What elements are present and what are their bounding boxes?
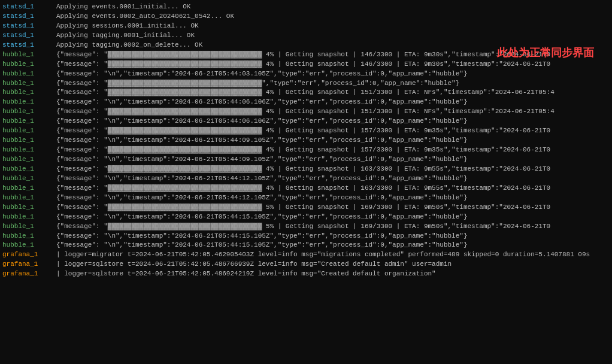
log-line: statsd_1 Applying events.0001_initial...…	[0, 2, 612, 12]
log-content: {"message": "▓▓▓▓▓▓▓▓▓▓▓▓▓▓▓▓▓▓▓▓▓▓▓▓▓▓▓…	[56, 165, 610, 174]
log-content: {"message": "▓▓▓▓▓▓▓▓▓▓▓▓▓▓▓▓▓▓▓▓▓▓▓▓▓▓▓…	[56, 126, 610, 136]
log-content: {"message": "▓▓▓▓▓▓▓▓▓▓▓▓▓▓▓▓▓▓▓▓▓▓▓▓▓▓▓…	[56, 222, 610, 232]
log-content: {"message": "\n","timestamp":"2024-06-21…	[56, 98, 610, 107]
log-source: grafana_1	[2, 250, 56, 260]
log-source: hubble_1	[2, 165, 56, 174]
log-line: hubble_1 {"message": "▓▓▓▓▓▓▓▓▓▓▓▓▓▓▓▓▓▓…	[0, 126, 612, 136]
log-line: statsd_1 Applying tagging.0002_on_delete…	[0, 41, 612, 50]
log-content: {"message": "▓▓▓▓▓▓▓▓▓▓▓▓▓▓▓▓▓▓▓▓▓▓▓▓▓▓▓…	[56, 79, 610, 89]
log-source: hubble_1	[2, 213, 56, 222]
log-source: hubble_1	[2, 203, 56, 213]
log-content: {"message": "\n","timestamp":"2024-06-21…	[56, 213, 610, 222]
log-content: Applying events.0001_initial... OK	[56, 2, 610, 12]
log-line: hubble_1 {"message": "▓▓▓▓▓▓▓▓▓▓▓▓▓▓▓▓▓▓…	[0, 107, 612, 117]
log-source: hubble_1	[2, 107, 56, 117]
log-content: {"message": "\n","timestamp":"2024-06-21…	[56, 117, 610, 126]
log-content: Applying tagging.0001_initial... OK	[56, 31, 610, 41]
log-source: statsd_1	[2, 22, 56, 31]
log-content: {"message": "▓▓▓▓▓▓▓▓▓▓▓▓▓▓▓▓▓▓▓▓▓▓▓▓▓▓▓…	[56, 60, 610, 69]
log-content: {"message": "\n","timestamp":"2024-06-21…	[56, 155, 610, 165]
log-source: hubble_1	[2, 117, 56, 126]
log-line: grafana_1 | logger=sqlstore t=2024-06-21…	[0, 260, 612, 269]
log-content: | logger=sqlstore t=2024-06-21T05:42:05.…	[56, 269, 610, 279]
log-source: hubble_1	[2, 79, 56, 89]
log-content: {"message": "▓▓▓▓▓▓▓▓▓▓▓▓▓▓▓▓▓▓▓▓▓▓▓▓▓▓▓…	[56, 50, 610, 60]
log-source: statsd_1	[2, 2, 56, 12]
log-content: {"message": "\n","timestamp":"2024-06-21…	[56, 193, 610, 203]
log-line: hubble_1 {"message": "\n","timestamp":"2…	[0, 98, 612, 107]
log-line: grafana_1 | logger=migrator t=2024-06-21…	[0, 250, 612, 260]
log-line: hubble_1 {"message": "\n","timestamp":"2…	[0, 193, 612, 203]
log-source: grafana_1	[2, 260, 56, 269]
log-line: hubble_1 {"message": "▓▓▓▓▓▓▓▓▓▓▓▓▓▓▓▓▓▓…	[0, 50, 612, 60]
log-source: hubble_1	[2, 136, 56, 145]
log-line: hubble_1 {"message": "▓▓▓▓▓▓▓▓▓▓▓▓▓▓▓▓▓▓…	[0, 88, 612, 98]
log-source: grafana_1	[2, 269, 56, 279]
log-source: hubble_1	[2, 232, 56, 241]
log-source: hubble_1	[2, 184, 56, 193]
log-content: {"message": "\n","timestamp":"2024-06-21…	[56, 232, 610, 241]
log-source: hubble_1	[2, 126, 56, 136]
log-content: {"message": "▓▓▓▓▓▓▓▓▓▓▓▓▓▓▓▓▓▓▓▓▓▓▓▓▓▓▓…	[56, 145, 610, 155]
log-line: hubble_1 {"message": "\n","timestamp":"2…	[0, 213, 612, 222]
log-content: Applying tagging.0002_on_delete... OK	[56, 41, 610, 50]
log-line: hubble_1 {"message": "\n","timestamp":"2…	[0, 155, 612, 165]
log-line: hubble_1 {"message": "\n","timestamp":"2…	[0, 232, 612, 241]
log-content: {"message": "\n","timestamp":"2024-06-21…	[56, 241, 610, 250]
log-source: hubble_1	[2, 155, 56, 165]
log-source: hubble_1	[2, 88, 56, 98]
log-content: {"message": "▓▓▓▓▓▓▓▓▓▓▓▓▓▓▓▓▓▓▓▓▓▓▓▓▓▓▓…	[56, 88, 610, 98]
log-line: hubble_1 {"message": "▓▓▓▓▓▓▓▓▓▓▓▓▓▓▓▓▓▓…	[0, 222, 612, 232]
log-source: hubble_1	[2, 50, 56, 60]
log-line: statsd_1 Applying sessions.0001_initial.…	[0, 22, 612, 31]
log-source: hubble_1	[2, 69, 56, 79]
log-content: | logger=sqlstore t=2024-06-21T05:42:05.…	[56, 260, 610, 269]
log-line: hubble_1 {"message": "▓▓▓▓▓▓▓▓▓▓▓▓▓▓▓▓▓▓…	[0, 79, 612, 89]
log-line: hubble_1 {"message": "\n","timestamp":"2…	[0, 241, 612, 250]
log-source: statsd_1	[2, 12, 56, 22]
log-source: hubble_1	[2, 60, 56, 69]
log-content: {"message": "\n","timestamp":"2024-06-21…	[56, 69, 610, 79]
log-source: statsd_1	[2, 41, 56, 50]
log-content: {"message": "\n","timestamp":"2024-06-21…	[56, 174, 610, 184]
log-line: hubble_1 {"message": "▓▓▓▓▓▓▓▓▓▓▓▓▓▓▓▓▓▓…	[0, 145, 612, 155]
log-content: Applying events.0002_auto_20240621_0542.…	[56, 12, 610, 22]
log-line: hubble_1 {"message": "\n","timestamp":"2…	[0, 174, 612, 184]
log-content: {"message": "▓▓▓▓▓▓▓▓▓▓▓▓▓▓▓▓▓▓▓▓▓▓▓▓▓▓▓…	[56, 184, 610, 193]
log-content: {"message": "▓▓▓▓▓▓▓▓▓▓▓▓▓▓▓▓▓▓▓▓▓▓▓▓▓▓▓…	[56, 107, 610, 117]
log-source: hubble_1	[2, 222, 56, 232]
log-line: statsd_1 Applying events.0002_auto_20240…	[0, 12, 612, 22]
log-source: hubble_1	[2, 174, 56, 184]
log-content: | logger=migrator t=2024-06-21T05:42:05.…	[56, 250, 610, 260]
log-line: hubble_1 {"message": "▓▓▓▓▓▓▓▓▓▓▓▓▓▓▓▓▓▓…	[0, 203, 612, 213]
log-line: hubble_1 {"message": "▓▓▓▓▓▓▓▓▓▓▓▓▓▓▓▓▓▓…	[0, 165, 612, 174]
log-source: hubble_1	[2, 98, 56, 107]
log-line: grafana_1 | logger=sqlstore t=2024-06-21…	[0, 269, 612, 279]
log-source: hubble_1	[2, 193, 56, 203]
log-line: hubble_1 {"message": "\n","timestamp":"2…	[0, 117, 612, 126]
log-line: hubble_1 {"message": "\n","timestamp":"2…	[0, 69, 612, 79]
log-content: {"message": "▓▓▓▓▓▓▓▓▓▓▓▓▓▓▓▓▓▓▓▓▓▓▓▓▓▓▓…	[56, 203, 610, 213]
log-content: {"message": "\n","timestamp":"2024-06-21…	[56, 136, 610, 145]
log-source: hubble_1	[2, 145, 56, 155]
log-line: hubble_1 {"message": "\n","timestamp":"2…	[0, 136, 612, 145]
log-source: statsd_1	[2, 31, 56, 41]
log-line: hubble_1 {"message": "▓▓▓▓▓▓▓▓▓▓▓▓▓▓▓▓▓▓…	[0, 60, 612, 69]
log-source: hubble_1	[2, 241, 56, 250]
log-line: statsd_1 Applying tagging.0001_initial..…	[0, 31, 612, 41]
terminal-window: 此处为正常同步界面 statsd_1 Applying events.0001_…	[0, 0, 612, 364]
log-content: Applying sessions.0001_initial... OK	[56, 22, 610, 31]
log-line: hubble_1 {"message": "▓▓▓▓▓▓▓▓▓▓▓▓▓▓▓▓▓▓…	[0, 184, 612, 193]
